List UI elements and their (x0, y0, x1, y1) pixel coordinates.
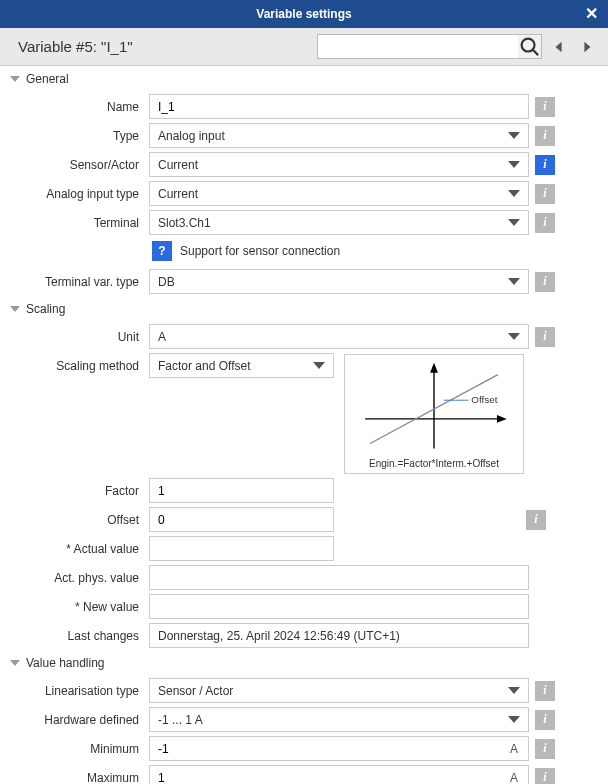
help-icon[interactable]: ? (152, 241, 172, 261)
min-input[interactable]: A (149, 736, 529, 761)
scaling-diagram: Offset Engin.=Factor*Interm.+Offset (344, 354, 524, 474)
terminal-select[interactable]: Slot3.Ch1 (149, 210, 529, 235)
actphys-value (149, 565, 529, 590)
name-input[interactable] (149, 94, 529, 119)
name-label: Name (8, 100, 143, 114)
info-button[interactable]: i (535, 710, 555, 730)
lin-label: Linearisation type (8, 684, 143, 698)
svg-line-1 (533, 50, 538, 55)
max-label: Maximum (8, 771, 143, 785)
chevron-down-icon (508, 190, 520, 197)
support-row: ? Support for sensor connection (4, 237, 600, 267)
tvar-select[interactable]: DB (149, 269, 529, 294)
section-general-title: General (26, 72, 69, 86)
method-label: Scaling method (8, 353, 143, 373)
content-area: General Name i Type Analog input i Senso… (0, 66, 608, 784)
chevron-down-icon (313, 362, 325, 369)
hw-select[interactable]: -1 ... 1 A (149, 707, 529, 732)
factor-input[interactable] (149, 478, 334, 503)
newval-input[interactable] (149, 594, 529, 619)
section-general-header[interactable]: General (4, 66, 600, 92)
header-bar: Variable #5: "I_1" (0, 28, 608, 66)
diagram-svg: Offset (345, 355, 523, 473)
max-unit: A (510, 771, 518, 785)
info-button[interactable]: i (535, 272, 555, 292)
terminal-label: Terminal (8, 216, 143, 230)
method-select[interactable]: Factor and Offset (149, 353, 334, 378)
max-input[interactable]: A (149, 765, 529, 784)
newval-label: * New value (8, 600, 143, 614)
info-button[interactable]: i (535, 768, 555, 785)
info-button[interactable]: i (535, 97, 555, 117)
next-button[interactable] (576, 36, 598, 58)
ain-type-select[interactable]: Current (149, 181, 529, 206)
title-bar: Variable settings ✕ (0, 0, 608, 28)
info-button[interactable]: i (535, 681, 555, 701)
info-button[interactable]: i (535, 126, 555, 146)
info-button[interactable]: i (535, 327, 555, 347)
type-label: Type (8, 129, 143, 143)
search-button[interactable] (518, 34, 542, 59)
section-scaling-title: Scaling (26, 302, 65, 316)
chevron-down-icon (508, 278, 520, 285)
chevron-right-icon (580, 40, 594, 54)
type-select[interactable]: Analog input (149, 123, 529, 148)
hw-label: Hardware defined (8, 713, 143, 727)
chevron-down-icon (508, 333, 520, 340)
collapse-icon (10, 306, 20, 312)
lin-select[interactable]: Sensor / Actor (149, 678, 529, 703)
unit-label: Unit (8, 330, 143, 344)
collapse-icon (10, 76, 20, 82)
search-input[interactable] (317, 34, 542, 59)
diagram-offset-label: Offset (471, 394, 497, 405)
prev-button[interactable] (548, 36, 570, 58)
min-unit: A (510, 742, 518, 756)
chevron-down-icon (508, 161, 520, 168)
section-valhandling-header[interactable]: Value handling (4, 650, 600, 676)
chevron-left-icon (552, 40, 566, 54)
page-title: Variable #5: "I_1" (18, 38, 133, 55)
info-button[interactable]: i (535, 213, 555, 233)
section-scaling-header[interactable]: Scaling (4, 296, 600, 322)
info-button[interactable]: i (535, 739, 555, 759)
chevron-down-icon (508, 687, 520, 694)
search-icon (518, 35, 541, 58)
chevron-down-icon (508, 716, 520, 723)
support-text: Support for sensor connection (180, 244, 340, 258)
info-button[interactable]: i (535, 155, 555, 175)
unit-select[interactable]: A (149, 324, 529, 349)
chevron-down-icon (508, 219, 520, 226)
search-wrap (317, 34, 542, 59)
svg-point-0 (522, 39, 535, 52)
section-valhandling-title: Value handling (26, 656, 105, 670)
ain-type-label: Analog input type (8, 187, 143, 201)
min-label: Minimum (8, 742, 143, 756)
info-button[interactable]: i (526, 510, 546, 530)
last-value: Donnerstag, 25. April 2024 12:56:49 (UTC… (149, 623, 529, 648)
last-label: Last changes (8, 629, 143, 643)
actphys-label: Act. phys. value (8, 571, 143, 585)
offset-label: Offset (8, 513, 143, 527)
actual-value (149, 536, 334, 561)
diagram-caption: Engin.=Factor*Interm.+Offset (345, 458, 523, 469)
factor-label: Factor (8, 484, 143, 498)
collapse-icon (10, 660, 20, 666)
dialog-title: Variable settings (256, 7, 351, 21)
svg-marker-3 (430, 363, 438, 373)
close-icon[interactable]: ✕ (585, 4, 598, 23)
sensor-select[interactable]: Current (149, 152, 529, 177)
chevron-down-icon (508, 132, 520, 139)
info-button[interactable]: i (535, 184, 555, 204)
actual-label: * Actual value (8, 542, 143, 556)
offset-input[interactable] (149, 507, 334, 532)
tvar-label: Terminal var. type (8, 275, 143, 289)
svg-marker-5 (497, 415, 507, 423)
sensor-label: Sensor/Actor (8, 158, 143, 172)
